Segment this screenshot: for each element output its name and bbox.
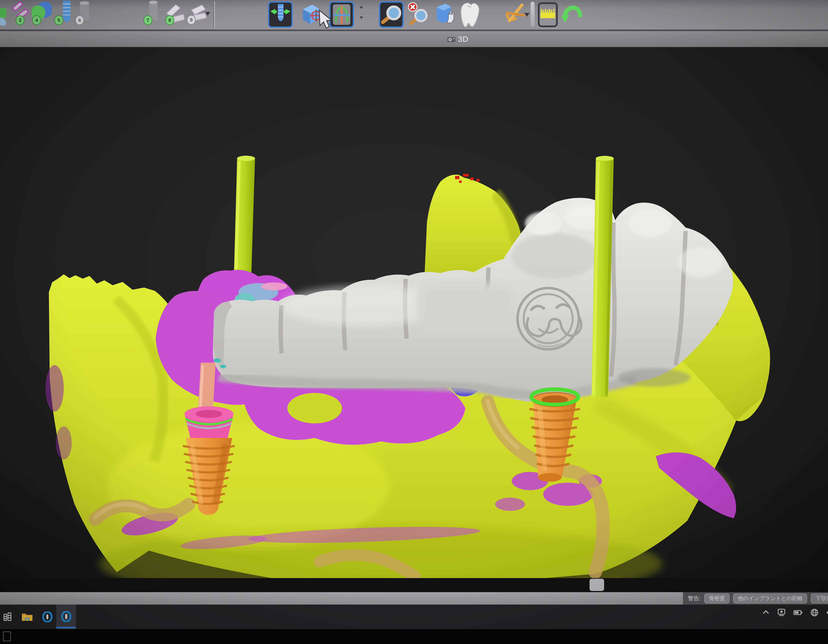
toolbar-tool-5[interactable]: 5 — [55, 0, 75, 28]
implant-align-tool-button[interactable] — [268, 1, 293, 28]
angle-measure-tool-button[interactable] — [505, 1, 527, 28]
magnifier-icon — [380, 3, 402, 27]
main-toolbar: 3 4 5 6 — [0, 0, 828, 31]
taskbar-pinned-app[interactable] — [1, 611, 14, 623]
tool-group-dropdown-icon[interactable] — [205, 12, 210, 16]
active-app-underline — [56, 627, 76, 628]
cube-hand-icon — [433, 1, 457, 28]
toolbar-tool-8[interactable]: 8 — [164, 0, 186, 28]
tray-network-globe-icon[interactable] — [810, 608, 819, 617]
pan-tool-button[interactable] — [433, 1, 457, 28]
taskbar-app-active[interactable] — [56, 605, 76, 629]
tool-8-badge: 8 — [165, 15, 174, 25]
file-explorer-icon — [22, 612, 33, 622]
scene-3d — [0, 47, 828, 578]
tray-battery-icon[interactable] — [794, 609, 803, 616]
toolbar-tool-7[interactable]: 7 — [143, 0, 163, 28]
app-ring-icon — [61, 611, 71, 622]
measure-dropdown-icon[interactable] — [524, 13, 530, 17]
mouse-cursor — [318, 9, 334, 31]
monitor-photo: 3 4 5 6 — [0, 0, 828, 644]
partial-tool-icon[interactable] — [0, 0, 9, 28]
view-label: 3D — [458, 35, 469, 44]
undo-tool-button[interactable] — [560, 1, 585, 28]
view-tools-dots — [360, 17, 363, 19]
viewport-3d[interactable] — [0, 47, 828, 578]
taskbar-file-explorer[interactable] — [21, 611, 33, 623]
taskbar-app-inactive[interactable] — [41, 611, 54, 623]
zoom-reset-tool-button[interactable] — [406, 1, 431, 28]
scrollbar-handle[interactable] — [590, 579, 604, 591]
warning-button-mandibular-canal-distance[interactable]: 下顎管までの距離 — [811, 594, 828, 603]
magnifier-x-icon — [406, 1, 431, 28]
partial-tool-glyph — [0, 0, 9, 28]
ruler-icon — [539, 4, 556, 25]
privacy-blur-patch — [417, 284, 517, 331]
toolbar-separator — [213, 1, 215, 27]
view-tab-bar: 3D — [0, 31, 828, 47]
warning-panel: 警告: 骨密度 他のインプラントとの距離 下顎管までの距離 — [683, 592, 828, 605]
angle-tool-icon — [505, 1, 525, 26]
implant-arrows-icon — [269, 3, 292, 27]
tooth-tool-button[interactable] — [456, 1, 481, 28]
tray-display-icon[interactable] — [777, 609, 786, 617]
tool-5-badge: 5 — [54, 15, 63, 25]
ruler-tool-button[interactable] — [538, 2, 558, 27]
bezel-logo — [3, 631, 11, 641]
tool-9-badge: 9 — [187, 15, 196, 25]
toolbar-tool-3[interactable]: 3 — [9, 0, 30, 28]
zoom-tool-button[interactable] — [379, 1, 404, 28]
toolbar-separator-bar — [531, 2, 535, 27]
monitor-bezel — [0, 629, 828, 644]
tool-6-badge: 6 — [75, 15, 84, 25]
system-tray: あ — [762, 605, 828, 620]
tool-7-badge: 7 — [143, 15, 152, 25]
tool-3-badge: 3 — [16, 15, 25, 25]
tooth-icon — [456, 1, 481, 28]
warning-button-implant-distance[interactable]: 他のインプラントとの距離 — [733, 594, 807, 603]
status-bar: 警告: 骨密度 他のインプラントとの距離 下顎管までの距離 — [0, 592, 828, 605]
app-ring-icon — [42, 611, 52, 622]
tool-4-badge: 4 — [32, 15, 41, 25]
undo-arrow-icon — [560, 1, 583, 26]
warning-button-bone-density[interactable]: 骨密度 — [704, 594, 729, 603]
pinned-app-icon — [3, 612, 13, 622]
tray-chevron-up-icon[interactable] — [762, 609, 770, 616]
tray-volume-muted-icon[interactable] — [826, 609, 828, 616]
toolbar-tool-4[interactable]: 4 — [32, 0, 52, 28]
viewport-scroll-strip — [0, 578, 828, 592]
view-tab-3d[interactable]: 3D — [447, 35, 469, 44]
camera-icon — [447, 36, 456, 42]
warning-label: 警告: — [688, 595, 701, 602]
windows-taskbar: あ — [0, 605, 828, 629]
view-tools-dots — [360, 6, 363, 9]
toolbar-tool-6[interactable]: 6 — [75, 0, 95, 28]
